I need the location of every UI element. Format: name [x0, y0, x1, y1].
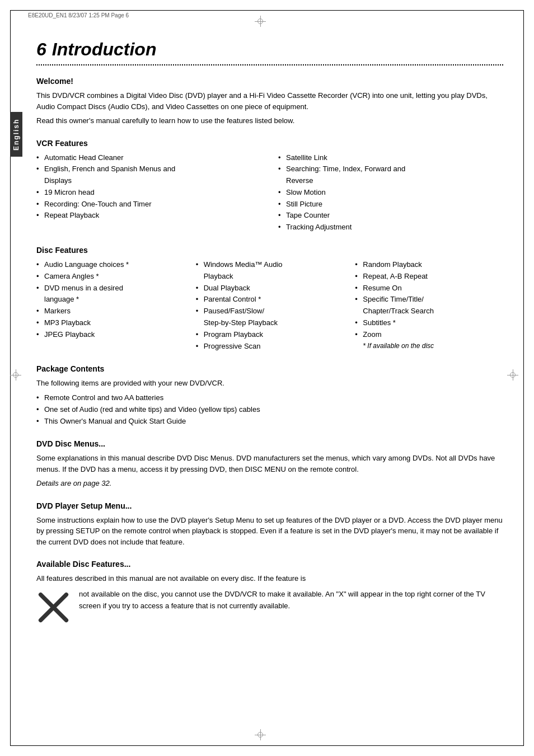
package-contents-heading: Package Contents	[36, 364, 503, 373]
dvd-disc-menus-heading: DVD Disc Menus...	[36, 439, 503, 448]
dvd-player-setup-section: DVD Player Setup Menu... Some instructio…	[36, 501, 503, 548]
list-item: Dual Playback	[196, 283, 344, 294]
list-item: Automatic Head Cleaner	[36, 152, 261, 164]
dvd-disc-menus-section: DVD Disc Menus... Some explanations in t…	[36, 439, 503, 489]
list-item: Markers	[36, 306, 185, 317]
crosshair-top	[255, 16, 266, 27]
disc-features-heading: Disc Features	[36, 246, 503, 255]
list-item: MP3 Playback	[36, 317, 185, 329]
page-border-right	[523, 10, 524, 746]
vcr-list1: Automatic Head Cleaner English, French a…	[36, 152, 261, 222]
list-item: Subtitles *	[355, 317, 503, 329]
list-item: Camera Angles *	[36, 271, 185, 283]
list-item: This Owner's Manual and Quick Start Guid…	[36, 416, 503, 428]
dvd-disc-menus-note: Details are on page 32.	[36, 478, 503, 489]
available-disc-para: not available on the disc, you cannot us…	[79, 589, 503, 612]
crosshair-left	[10, 369, 21, 381]
page-border-bottom	[10, 745, 524, 746]
list-item: Zoom	[355, 329, 503, 341]
list-item: Resume On	[355, 283, 503, 294]
available-disc-section: Available Disc Features... All features …	[36, 560, 503, 624]
list-item: Satellite Link	[278, 152, 503, 164]
list-item: Parental Control *	[196, 294, 344, 306]
available-disc-intro: All features described in this manual ar…	[36, 573, 503, 584]
list-item: Tracking Adjustment	[278, 222, 503, 233]
welcome-section: Welcome! This DVD/VCR combines a Digital…	[36, 77, 503, 126]
list-item: DVD menus in a desiredlanguage *	[36, 283, 185, 306]
list-item: Slow Motion	[278, 187, 503, 199]
list-item: Paused/Fast/Slow/Step-by-Step Playback	[196, 306, 344, 329]
welcome-heading: Welcome!	[36, 77, 503, 86]
x-icon	[36, 591, 70, 624]
list-item: Program Playback	[196, 329, 344, 341]
vcr-features-section: VCR Features Automatic Head Cleaner Engl…	[36, 139, 503, 234]
page-number: 6	[36, 39, 46, 59]
list-item: Windows Media™ AudioPlayback	[196, 259, 344, 283]
disc-col3: Random Playback Repeat, A-B Repeat Resum…	[355, 259, 503, 352]
english-tab: English	[10, 112, 22, 157]
package-contents-section: Package Contents The following items are…	[36, 364, 503, 427]
disc-col1: Audio Language choices * Camera Angles *…	[36, 259, 185, 352]
list-item: Searching: Time, Index, Forward andRever…	[278, 163, 503, 187]
vcr-features-heading: VCR Features	[36, 139, 503, 148]
vcr-col1: Automatic Head Cleaner English, French a…	[36, 152, 261, 234]
available-disc-heading: Available Disc Features...	[36, 560, 503, 569]
package-intro: The following items are provided with yo…	[36, 378, 503, 389]
disc-col2: Windows Media™ AudioPlayback Dual Playba…	[196, 259, 344, 352]
list-item: English, French and Spanish Menus andDis…	[36, 163, 261, 187]
list-item: Audio Language choices *	[36, 259, 185, 271]
disc-list1: Audio Language choices * Camera Angles *…	[36, 259, 185, 341]
list-item: Random Playback	[355, 259, 503, 271]
available-disc-content: not available on the disc, you cannot us…	[36, 589, 503, 624]
list-item: JPEG Playback	[36, 329, 185, 341]
page-border-top	[10, 10, 524, 11]
dvd-player-setup-heading: DVD Player Setup Menu...	[36, 501, 503, 510]
list-item: Specific Time/Title/Chapter/Track Search	[355, 294, 503, 317]
list-item: Remote Control and two AA batteries	[36, 392, 503, 404]
list-item: Tape Counter	[278, 210, 503, 222]
list-item: 19 Micron head	[36, 187, 261, 199]
list-item: Still Picture	[278, 199, 503, 210]
disc-list3: Random Playback Repeat, A-B Repeat Resum…	[355, 259, 503, 351]
package-list: Remote Control and two AA batteries One …	[36, 392, 503, 427]
crosshair-bottom	[255, 729, 266, 740]
list-item: Repeat, A-B Repeat	[355, 271, 503, 283]
disc-list2: Windows Media™ AudioPlayback Dual Playba…	[196, 259, 344, 352]
welcome-para2: Read this owner's manual carefully to le…	[36, 115, 503, 126]
dvd-player-setup-para: Some instructions explain how to use the…	[36, 515, 503, 548]
disc-feature-columns: Audio Language choices * Camera Angles *…	[36, 259, 503, 352]
list-item: Progressive Scan	[196, 341, 344, 353]
crosshair-right	[507, 369, 518, 381]
file-info: E8E20UD_EN1 8/23/07 1:25 PM Page 6	[28, 12, 129, 18]
list-item: Repeat Playback	[36, 210, 261, 222]
vcr-col2: Satellite Link Searching: Time, Index, F…	[278, 152, 503, 234]
welcome-para1: This DVD/VCR combines a Digital Video Di…	[36, 90, 503, 112]
vcr-list2: Satellite Link Searching: Time, Index, F…	[278, 152, 503, 234]
vcr-feature-columns: Automatic Head Cleaner English, French a…	[36, 152, 503, 234]
title-text: Introduction	[52, 39, 157, 59]
page-title: 6Introduction	[36, 39, 503, 60]
list-item: Recording: One-Touch and Timer	[36, 199, 261, 210]
disc-features-section: Disc Features Audio Language choices * C…	[36, 246, 503, 352]
dvd-disc-menus-para: Some explanations in this manual describ…	[36, 453, 503, 475]
disc-note: * If available on the disc	[355, 341, 503, 351]
main-content: 6Introduction Welcome! This DVD/VCR comb…	[36, 28, 503, 624]
list-item: One set of Audio (red and white tips) an…	[36, 404, 503, 416]
section-divider	[36, 64, 503, 65]
